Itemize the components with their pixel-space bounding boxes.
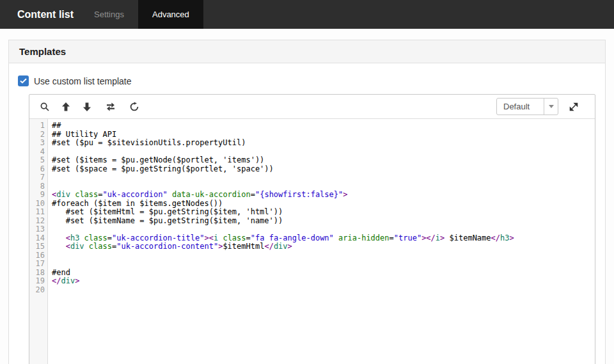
code-line[interactable] [52, 182, 595, 191]
search-icon [40, 102, 50, 112]
template-select[interactable]: Default [496, 98, 558, 115]
templates-panel-body: Use custom list template [9, 63, 605, 364]
code-line[interactable]: #end [52, 269, 595, 278]
line-number: 18 [29, 269, 45, 278]
expand-icon [569, 102, 579, 112]
line-number: 4 [29, 148, 45, 157]
code-line[interactable]: #set ($pu = $sitevisionUtils.propertyUti… [52, 139, 595, 148]
move-up-icon [61, 102, 71, 112]
editor-code[interactable]: #### Utility API#set ($pu = $sitevisionU… [48, 119, 595, 364]
line-number: 2 [29, 131, 45, 139]
line-number: 16 [29, 251, 45, 260]
code-line[interactable]: #set ($itemHtml = $pu.getString($item, '… [52, 208, 595, 217]
code-line[interactable] [52, 148, 595, 157]
code-line[interactable] [52, 286, 595, 295]
code-line[interactable] [52, 173, 595, 182]
swap-icon [106, 102, 116, 112]
code-line[interactable]: </div> [52, 277, 595, 286]
toolbar-right: Default [496, 98, 587, 115]
code-line[interactable] [52, 225, 595, 234]
section-header-templates: Templates [9, 40, 605, 63]
use-custom-template-checkbox[interactable] [18, 75, 29, 86]
move-up-button[interactable] [58, 99, 74, 115]
line-number: 14 [29, 234, 45, 243]
line-number: 3 [29, 139, 45, 148]
code-line[interactable]: #set ($items = $pu.getNode($portlet, 'it… [52, 156, 595, 165]
code-line[interactable] [52, 260, 595, 269]
tab-advanced[interactable]: Advanced [138, 0, 203, 29]
chevron-down-icon [549, 105, 554, 108]
line-number: 1 [29, 122, 45, 131]
template-select-value: Default [497, 99, 544, 115]
editor-toolbar: Default [29, 95, 595, 119]
templates-panel: Templates Use custom list template [8, 40, 606, 364]
line-number: 11 [29, 208, 45, 217]
code-line[interactable]: ## [52, 122, 595, 131]
code-editor[interactable]: 1234567891011121314151617181920 #### Uti… [29, 119, 595, 364]
code-line[interactable]: ## Utility API [52, 131, 595, 139]
line-number: 7 [29, 173, 45, 182]
line-number: 17 [29, 260, 45, 269]
line-number: 12 [29, 217, 45, 226]
code-line[interactable]: #set ($space = $pu.getString($portlet, '… [52, 165, 595, 174]
move-down-button[interactable] [79, 99, 95, 115]
line-number: 13 [29, 225, 45, 234]
code-line[interactable]: <div class="uk-accordion-content">$itemH… [52, 242, 595, 251]
line-number: 19 [29, 277, 45, 286]
window-title: Content list [17, 9, 74, 20]
template-select-caret[interactable] [544, 99, 558, 115]
search-button[interactable] [37, 99, 52, 115]
tab-settings[interactable]: Settings [80, 0, 138, 29]
line-number: 15 [29, 242, 45, 251]
refresh-button[interactable] [127, 99, 142, 115]
line-number: 6 [29, 165, 45, 174]
template-code-editor: Default [29, 94, 595, 364]
code-line[interactable]: #set ($itemName = $pu.getString($item, '… [52, 217, 595, 226]
line-number: 8 [29, 182, 45, 191]
code-line[interactable] [52, 251, 595, 260]
line-number: 20 [29, 286, 45, 295]
line-number: 5 [29, 156, 45, 165]
move-down-icon [82, 102, 92, 112]
editor-gutter: 1234567891011121314151617181920 [29, 119, 48, 364]
use-custom-template-row: Use custom list template [18, 75, 595, 86]
code-line[interactable]: <h3 class="uk-accordion-title"><i class=… [52, 234, 595, 243]
checkmark-icon [20, 78, 27, 84]
line-number: 10 [29, 200, 45, 209]
code-line[interactable]: #foreach ($item in $items.getNodes()) [52, 200, 595, 209]
titlebar: Content list Settings Advanced [0, 0, 614, 29]
use-custom-template-label: Use custom list template [34, 76, 132, 86]
code-line[interactable]: <div class="uk-accordion" data-uk-accord… [52, 191, 595, 200]
refresh-icon [129, 102, 139, 112]
swap-button[interactable] [103, 99, 118, 115]
line-number: 9 [29, 191, 45, 200]
expand-button[interactable] [566, 99, 581, 115]
